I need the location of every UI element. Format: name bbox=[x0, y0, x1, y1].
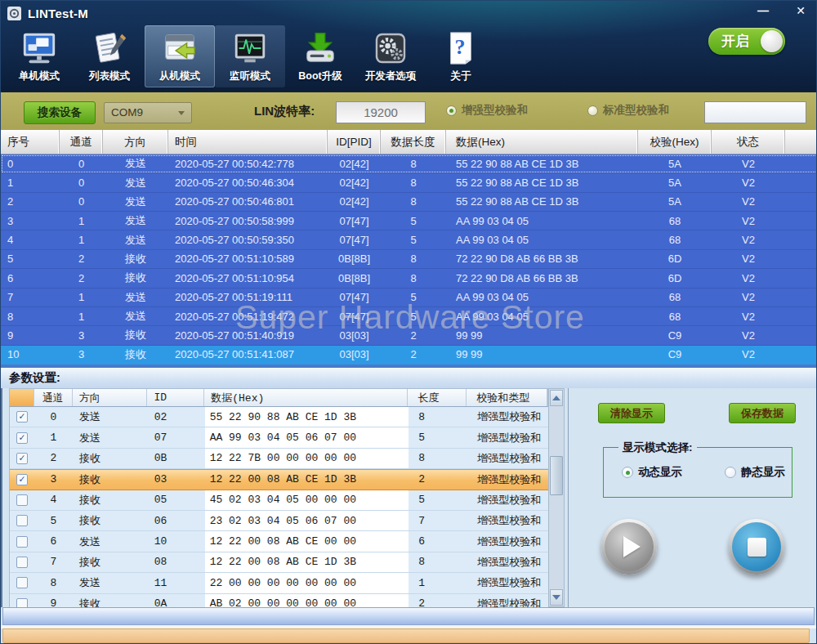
param-cell: 接收 bbox=[73, 594, 148, 607]
radio-standard-checksum[interactable]: 标准型校验和 bbox=[587, 103, 669, 118]
table-row[interactable]: 103接收2020-05-27 00:51:41:08703[03]299 99… bbox=[1, 346, 817, 364]
param-cell: 增强型校验和 bbox=[467, 594, 548, 607]
start-button[interactable] bbox=[601, 519, 657, 575]
param-header-cell[interactable]: 长度 bbox=[408, 389, 467, 406]
param-header-cell[interactable]: 数据(Hex) bbox=[204, 389, 408, 406]
table-cell: 3 bbox=[60, 346, 103, 364]
search-device-button[interactable]: 搜索设备 bbox=[24, 101, 96, 124]
scroll-up-button[interactable] bbox=[550, 390, 563, 406]
param-cell: 0 bbox=[34, 407, 73, 427]
param-header-cell[interactable]: 方向 bbox=[73, 389, 148, 406]
table-cell: 8 bbox=[381, 154, 446, 172]
checkbox-checked-icon[interactable]: ✓ bbox=[16, 474, 28, 485]
main-header-cell[interactable]: ID[PID] bbox=[328, 130, 381, 154]
power-toggle[interactable]: 开启 bbox=[708, 28, 785, 55]
checkbox-unchecked-icon[interactable] bbox=[16, 536, 28, 548]
table-cell: 8 bbox=[381, 269, 446, 287]
table-cell: 发送 bbox=[103, 193, 168, 211]
table-cell: 5 bbox=[1, 250, 60, 268]
table-row[interactable]: 10发送2020-05-27 00:50:46:30402[42]855 22 … bbox=[1, 173, 817, 192]
table-cell: 2020-05-27 00:51:41:087 bbox=[168, 346, 328, 364]
param-header-cell[interactable]: 通道 bbox=[34, 389, 73, 406]
scroll-down-button[interactable] bbox=[550, 589, 563, 606]
param-row[interactable]: 6发送1012 22 00 08 AB CE 00 006增强型校验和 bbox=[10, 531, 548, 552]
main-header-cell[interactable]: 数据(Hex) bbox=[446, 130, 638, 154]
horizontal-scrollbar[interactable] bbox=[2, 607, 815, 625]
toolbar-item-3[interactable]: 监听模式 bbox=[215, 25, 285, 87]
main-header-cell[interactable]: 数据长度 bbox=[381, 130, 446, 154]
chevron-down-icon bbox=[178, 111, 185, 115]
checkbox-unchecked-icon[interactable] bbox=[16, 598, 28, 607]
param-cell: AA 99 03 04 05 06 07 00 bbox=[205, 427, 409, 447]
param-row[interactable]: 5接收0623 02 03 04 05 06 07 007增强型校验和 bbox=[10, 511, 548, 531]
table-cell: 68 bbox=[638, 307, 712, 325]
table-cell: 3 bbox=[60, 326, 103, 344]
checkbox-checked-icon[interactable]: ✓ bbox=[16, 411, 28, 423]
toolbar-item-6[interactable]: ?关于 bbox=[426, 25, 496, 87]
radio-dynamic-display[interactable]: 动态显示 bbox=[622, 465, 682, 480]
param-cell: 8 bbox=[408, 449, 467, 468]
param-header-cell[interactable]: ID bbox=[147, 389, 204, 406]
table-cell: 5A bbox=[638, 154, 712, 172]
param-row[interactable]: 7接收0812 22 00 08 AB CE 1D 3B8增强型校验和 bbox=[10, 552, 548, 573]
param-cell: 1 bbox=[34, 427, 73, 447]
table-cell: 8 bbox=[381, 250, 446, 268]
checkbox-unchecked-icon[interactable] bbox=[16, 515, 28, 526]
close-button[interactable]: ✕ bbox=[788, 3, 813, 20]
param-header-cell[interactable]: 校验和类型 bbox=[467, 389, 547, 406]
table-cell: 接收 bbox=[103, 250, 168, 268]
param-table-scrollbar[interactable] bbox=[548, 388, 565, 607]
checkbox-checked-icon[interactable]: ✓ bbox=[16, 453, 28, 464]
table-cell: 7 bbox=[1, 288, 60, 306]
toolbar-item-2[interactable]: 从机模式 bbox=[145, 25, 215, 87]
param-row[interactable]: 9接收0AAB 02 00 00 00 00 00 002增强型校验和 bbox=[10, 594, 548, 607]
checkbox-unchecked-icon[interactable] bbox=[16, 577, 28, 588]
param-row[interactable]: ✓2接收0B12 22 7B 00 00 00 00 008增强型校验和 bbox=[10, 449, 548, 469]
radio-static-display[interactable]: 静态显示 bbox=[725, 465, 785, 480]
table-row[interactable]: 31发送2020-05-27 00:50:58:99907[47]5AA 99 … bbox=[1, 212, 817, 230]
clear-display-button[interactable]: 清除显示 bbox=[598, 403, 665, 423]
param-cell: 增强型校验和 bbox=[467, 449, 548, 468]
aux-input[interactable] bbox=[704, 101, 806, 123]
table-cell: 0B[8B] bbox=[328, 250, 381, 268]
toolbar-item-4[interactable]: Boot升级 bbox=[285, 25, 355, 87]
com-port-value: COM9 bbox=[111, 106, 143, 119]
table-cell: 5 bbox=[381, 230, 446, 248]
scrollbar-thumb[interactable] bbox=[550, 456, 563, 495]
param-row[interactable]: 4接收0545 02 03 04 05 00 00 005增强型校验和 bbox=[10, 490, 548, 511]
com-port-select[interactable]: COM9 bbox=[104, 102, 192, 123]
param-header-checkbox-cell bbox=[10, 389, 34, 406]
table-row[interactable]: 00发送2020-05-27 00:50:42:77802[42]855 22 … bbox=[1, 154, 817, 173]
table-row[interactable]: 52接收2020-05-27 00:51:10:5890B[8B]872 22 … bbox=[1, 250, 817, 269]
table-row[interactable]: 62接收2020-05-27 00:51:10:9540B[8B]872 22 … bbox=[1, 269, 817, 288]
param-row[interactable]: 8发送1122 00 00 00 00 00 00 001增强型校验和 bbox=[10, 573, 548, 593]
param-row[interactable]: ✓1发送07AA 99 03 04 05 06 07 005增强型校验和 bbox=[10, 427, 548, 448]
main-header-cell[interactable]: 时间 bbox=[168, 130, 328, 154]
table-cell: 2020-05-27 00:50:59:350 bbox=[168, 230, 328, 248]
main-header-cell[interactable]: 序号 bbox=[1, 130, 60, 154]
checkbox-unchecked-icon[interactable] bbox=[16, 557, 28, 568]
param-row[interactable]: ✓0发送0255 22 90 88 AB CE 1D 3B8增强型校验和 bbox=[10, 407, 548, 427]
baud-rate-input[interactable]: 19200 bbox=[336, 101, 426, 123]
main-header-cell[interactable]: 方向 bbox=[103, 130, 168, 154]
param-row[interactable]: ✓3接收0312 22 00 08 AB CE 1D 3B2增强型校验和 bbox=[10, 469, 548, 490]
minimize-button[interactable]: — bbox=[751, 3, 775, 20]
param-row-checkbox-cell bbox=[10, 511, 34, 530]
table-cell: C9 bbox=[638, 346, 712, 364]
table-row[interactable]: 41发送2020-05-27 00:50:59:35007[47]5AA 99 … bbox=[1, 230, 817, 249]
table-row[interactable]: 20发送2020-05-27 00:50:46:80102[42]855 22 … bbox=[1, 193, 817, 212]
main-header-cell[interactable]: 校验(Hex) bbox=[638, 130, 712, 154]
save-data-button[interactable]: 保存数据 bbox=[729, 403, 796, 423]
param-cell: 02 bbox=[148, 407, 205, 427]
checkbox-checked-icon[interactable]: ✓ bbox=[16, 432, 28, 444]
toolbar-item-0[interactable]: 单机模式 bbox=[4, 25, 74, 87]
radio-enhanced-checksum[interactable]: 增强型校验和 bbox=[446, 103, 528, 118]
toolbar-item-1[interactable]: 列表模式 bbox=[74, 25, 145, 87]
checkbox-unchecked-icon[interactable] bbox=[16, 494, 28, 506]
main-header-cell[interactable]: 通道 bbox=[60, 130, 103, 154]
main-header-cell[interactable]: 状态 bbox=[712, 130, 785, 154]
toolbar-item-5[interactable]: 开发者选项 bbox=[355, 25, 426, 87]
stop-button[interactable] bbox=[729, 519, 784, 575]
table-cell: 10 bbox=[1, 346, 60, 364]
param-cell: 增强型校验和 bbox=[467, 470, 548, 489]
